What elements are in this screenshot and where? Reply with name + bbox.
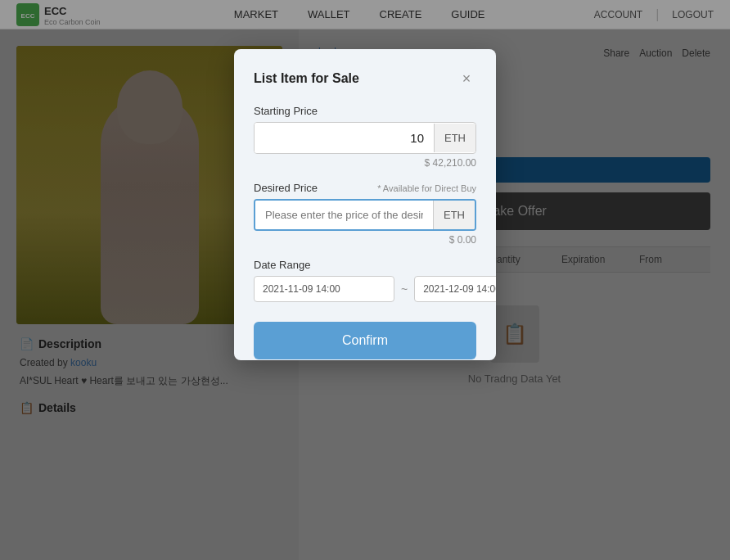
modal-overlay: List Item for Sale × Starting Price ETH … [0,0,730,560]
starting-price-label: Starting Price [254,105,476,117]
desired-price-label: Desired Price [254,182,318,194]
date-range-label: Date Range [254,259,476,271]
starting-price-unit: ETH [434,124,475,152]
starting-price-usd: $ 42,210.00 [254,157,476,169]
starting-price-input[interactable] [255,123,434,153]
date-range-group: Date Range ~ [254,259,476,302]
modal-header: List Item for Sale × [254,69,476,88]
desired-price-input[interactable] [255,201,433,229]
modal-title: List Item for Sale [254,71,359,86]
starting-price-input-wrapper: ETH [254,122,476,154]
date-separator: ~ [401,282,408,296]
desired-price-unit: ETH [433,201,475,229]
date-start-input[interactable] [254,276,394,302]
confirm-button[interactable]: Confirm [254,322,476,359]
desired-price-label-row: Desired Price * Available for Direct Buy [254,182,476,194]
desired-price-input-wrapper: ETH [254,199,476,231]
starting-price-group: Starting Price ETH $ 42,210.00 [254,105,476,169]
modal: List Item for Sale × Starting Price ETH … [234,49,496,360]
date-end-input[interactable] [414,276,496,302]
modal-close-button[interactable]: × [457,69,476,88]
desired-price-usd: $ 0.00 [254,234,476,246]
desired-price-note: * Available for Direct Buy [377,183,476,193]
date-range-row: ~ [254,276,476,302]
desired-price-group: Desired Price * Available for Direct Buy… [254,182,476,246]
